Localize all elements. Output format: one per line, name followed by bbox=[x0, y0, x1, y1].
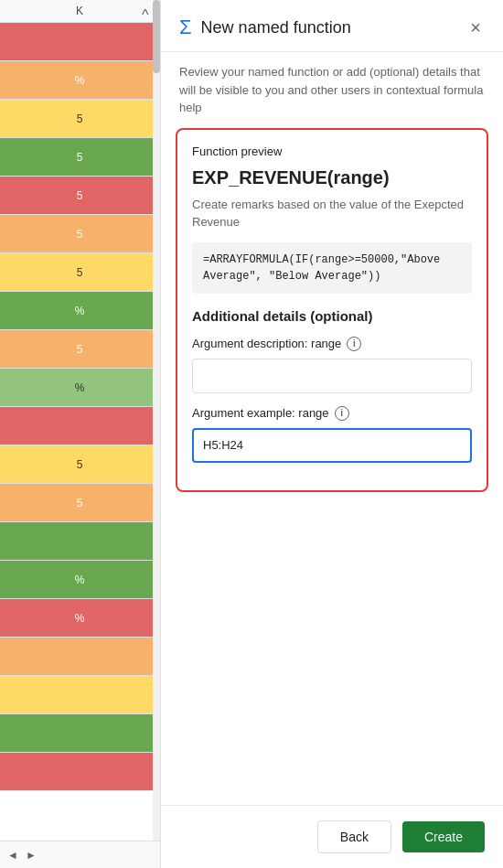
list-item[interactable]: % bbox=[0, 561, 160, 599]
function-description: Create remarks based on the value of the… bbox=[192, 196, 472, 231]
table-row bbox=[0, 522, 160, 561]
dialog-title: New named function bbox=[201, 18, 458, 38]
table-row bbox=[0, 23, 160, 61]
list-item[interactable] bbox=[0, 638, 160, 676]
argument-example-input[interactable] bbox=[192, 428, 472, 463]
argument-description-label: Argument description: range i bbox=[192, 337, 472, 351]
argument-example-info-icon[interactable]: i bbox=[335, 406, 349, 421]
table-row: % bbox=[0, 292, 160, 330]
list-item[interactable]: 5 bbox=[0, 445, 160, 484]
argument-description-input[interactable] bbox=[192, 359, 472, 393]
table-row: 5 bbox=[0, 484, 160, 522]
dialog-content: Function preview EXP_REVENUE(range) Crea… bbox=[161, 128, 503, 806]
scroll-thumb bbox=[153, 0, 160, 73]
list-item[interactable]: 5 bbox=[0, 330, 160, 369]
formula-box: =ARRAYFORMULA(IF(range>=50000,"Above Ave… bbox=[192, 242, 472, 294]
table-row bbox=[0, 638, 160, 676]
nav-right-icon[interactable]: ► bbox=[26, 849, 37, 862]
table-row: 5 bbox=[0, 445, 160, 484]
scroll-bar[interactable] bbox=[153, 0, 160, 868]
dialog-header: Σ New named function × bbox=[161, 0, 503, 52]
spreadsheet-panel: ^ K %55555%5%55%% ◄ ► bbox=[0, 0, 160, 868]
list-item[interactable]: 5 bbox=[0, 484, 160, 522]
argument-description-info-icon[interactable]: i bbox=[347, 337, 361, 351]
list-item[interactable]: 5 bbox=[0, 215, 160, 253]
sheet-bottom-bar: ◄ ► bbox=[0, 841, 160, 868]
list-item[interactable] bbox=[0, 676, 160, 714]
table-row bbox=[0, 714, 160, 753]
list-item[interactable] bbox=[0, 753, 160, 791]
create-button[interactable]: Create bbox=[402, 821, 485, 852]
table-row bbox=[0, 753, 160, 791]
argument-example-label: Argument example: range i bbox=[192, 406, 472, 421]
dialog-footer: Back Create bbox=[161, 805, 503, 868]
list-item[interactable]: 5 bbox=[0, 253, 160, 292]
table-row: 5 bbox=[0, 177, 160, 215]
dialog-panel: Σ New named function × Review your named… bbox=[160, 0, 503, 868]
back-button[interactable]: Back bbox=[317, 820, 391, 853]
table-row bbox=[0, 407, 160, 445]
list-item[interactable]: % bbox=[0, 369, 160, 407]
function-preview-title: Function preview bbox=[192, 145, 472, 158]
list-item[interactable] bbox=[0, 522, 160, 561]
caret-up-icon: ^ bbox=[142, 7, 149, 24]
list-item[interactable]: 5 bbox=[0, 177, 160, 215]
additional-details-title: Additional details (optional) bbox=[192, 308, 472, 324]
table-row: 5 bbox=[0, 330, 160, 369]
table-row: 5 bbox=[0, 215, 160, 253]
list-item[interactable]: % bbox=[0, 599, 160, 638]
function-section: Function preview EXP_REVENUE(range) Crea… bbox=[176, 128, 488, 492]
list-item[interactable] bbox=[0, 407, 160, 445]
table-row: % bbox=[0, 599, 160, 638]
list-item[interactable] bbox=[0, 23, 160, 61]
list-item[interactable]: 5 bbox=[0, 100, 160, 138]
dialog-description: Review your named function or add (optio… bbox=[161, 52, 503, 128]
table-row: 5 bbox=[0, 100, 160, 138]
close-button[interactable]: × bbox=[466, 15, 485, 40]
column-header: K bbox=[0, 0, 160, 23]
nav-left-icon[interactable]: ◄ bbox=[7, 849, 18, 862]
table-row: 5 bbox=[0, 138, 160, 177]
table-row bbox=[0, 676, 160, 714]
table-row: % bbox=[0, 561, 160, 599]
list-item[interactable]: % bbox=[0, 61, 160, 100]
list-item[interactable]: 5 bbox=[0, 138, 160, 177]
function-signature: EXP_REVENUE(range) bbox=[192, 167, 472, 188]
table-row: 5 bbox=[0, 253, 160, 292]
list-item[interactable]: % bbox=[0, 292, 160, 330]
cell-rows: %55555%5%55%% bbox=[0, 23, 160, 791]
list-item[interactable] bbox=[0, 714, 160, 753]
sigma-icon: Σ bbox=[179, 17, 192, 38]
table-row: % bbox=[0, 61, 160, 100]
table-row: % bbox=[0, 369, 160, 407]
